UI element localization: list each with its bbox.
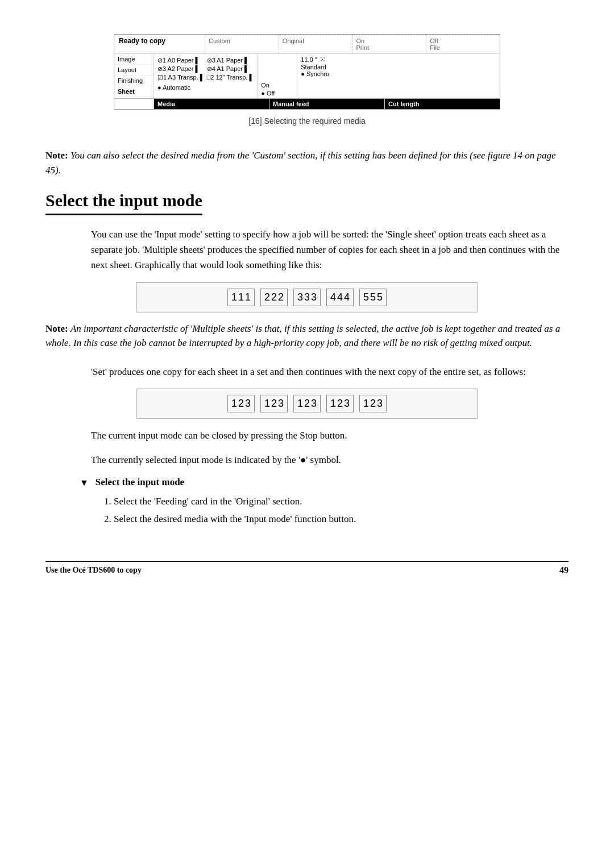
section-heading: Select the input mode (45, 191, 202, 215)
media-item-4: ⊘3 A1 Paper ▌ (207, 56, 254, 65)
off-item[interactable]: ● Off (261, 89, 293, 97)
panel-header: Ready to copy Custom Original On Print O… (114, 35, 500, 54)
tab-on: On Print (353, 35, 427, 53)
body-para1: You can use the 'Input mode' setting to … (91, 227, 569, 273)
sidebar-finishing[interactable]: Finishing (114, 76, 154, 86)
note2-text: An important characteristic of 'Multiple… (45, 323, 560, 349)
ui-panel-container: Ready to copy Custom Original On Print O… (45, 34, 569, 110)
diagram2-group5: 123 (359, 395, 387, 412)
triangle-icon: ▼ (80, 478, 89, 488)
footer-page-number: 49 (559, 565, 569, 575)
size-value: 11.0 " (301, 56, 317, 63)
panel-sidebar: Image Layout Finishing Sheet (114, 54, 154, 98)
diagram1-group3: 333 (293, 289, 321, 306)
diagram1-group2: 222 (260, 289, 288, 306)
panel-body: Image Layout Finishing Sheet ⊘1 A0 Paper… (114, 54, 500, 98)
diagram2-group1: 123 (227, 395, 255, 412)
size-row: 11.0 " ⁙ (301, 55, 356, 64)
step-2: Select the desired media with the 'Input… (114, 511, 569, 527)
sidebar-layout[interactable]: Layout (114, 65, 154, 76)
synchro-item[interactable]: ● Synchro (301, 70, 356, 77)
media-sub-left: ⊘1 A0 Paper ▌ ⊘3 A2 Paper ▌ ☑1 A3 Transp… (156, 55, 206, 83)
standard-item[interactable]: Standard (301, 64, 356, 70)
diagram2-group4: 123 (326, 395, 354, 412)
sidebar-sheet[interactable]: Sheet (114, 86, 154, 97)
diagram1-group5: 555 (359, 289, 387, 306)
note2-label: Note: (45, 323, 68, 334)
media-item-2: ⊘3 A2 Paper ▌ (157, 65, 205, 73)
diagram2-group2: 123 (260, 395, 288, 412)
step-1: Select the 'Feeding' card in the 'Origin… (114, 494, 569, 509)
media-sub-right: ⊘3 A1 Paper ▌ ⊘4 A1 Paper ▌ □2 12" Trans… (206, 55, 255, 83)
media-item-5: ⊘4 A1 Paper ▌ (207, 65, 254, 73)
tab-original[interactable]: Original (279, 35, 353, 53)
auto-row: ● Automatic (156, 83, 255, 92)
sub-heading-row: ▼ Select the input mode (80, 477, 569, 488)
media-item-3: ☑1 A3 Transp. ▌ (157, 73, 205, 82)
note1-label: Note: (45, 150, 68, 161)
footer-left-text: Use the Océ TDS600 to copy (45, 566, 142, 575)
figure-caption: [16] Selecting the required media (248, 116, 365, 126)
col-media[interactable]: Media (154, 99, 269, 109)
body-para2: 'Set' produces one copy for each sheet i… (91, 364, 569, 379)
spinner-icon: ⁙ (320, 55, 326, 64)
on-item[interactable]: On (261, 81, 293, 89)
panel-tabs: Custom Original On Print Off File (205, 35, 500, 53)
diagram2: 123 123 123 123 123 (136, 389, 478, 419)
note2-paragraph: Note: An important characteristic of 'Mu… (45, 322, 569, 350)
sidebar-image[interactable]: Image (114, 54, 154, 65)
tab-custom[interactable]: Custom (205, 35, 279, 53)
col-cut-length[interactable]: Cut length (385, 99, 500, 109)
col-manual-feed[interactable]: Manual feed (269, 99, 385, 109)
diagram1: 111 222 333 444 555 (136, 282, 478, 312)
ui-panel: Ready to copy Custom Original On Print O… (114, 34, 500, 110)
panel-title: Ready to copy (114, 35, 205, 53)
on-off-column: On ● Off (258, 54, 297, 98)
media-item-6: □2 12" Transp. ▌ (207, 73, 254, 81)
col-headers: Media Manual feed Cut length (114, 98, 500, 109)
page-footer: Use the Océ TDS600 to copy 49 (45, 561, 569, 575)
panel-content: ⊘1 A0 Paper ▌ ⊘3 A2 Paper ▌ ☑1 A3 Transp… (154, 54, 500, 98)
sub-heading-text: Select the input mode (96, 477, 184, 488)
diagram1-group4: 444 (326, 289, 354, 306)
right-column: 11.0 " ⁙ Standard ● Synchro (297, 54, 360, 98)
tab-off-file: Off File (426, 35, 500, 53)
media-column: ⊘1 A0 Paper ▌ ⊘3 A2 Paper ▌ ☑1 A3 Transp… (154, 54, 258, 98)
note1-text: You can also select the desired media fr… (45, 150, 556, 176)
body-para4: The currently selected input mode is ind… (91, 452, 569, 468)
note1-paragraph: Note: You can also select the desired me… (45, 148, 569, 177)
media-item-1: ⊘1 A0 Paper ▌ (157, 56, 205, 65)
diagram2-group3: 123 (293, 395, 321, 412)
step-list: Select the 'Feeding' card in the 'Origin… (114, 494, 569, 527)
diagram1-group1: 111 (227, 289, 255, 306)
body-para3: The current input mode can be closed by … (91, 428, 569, 443)
